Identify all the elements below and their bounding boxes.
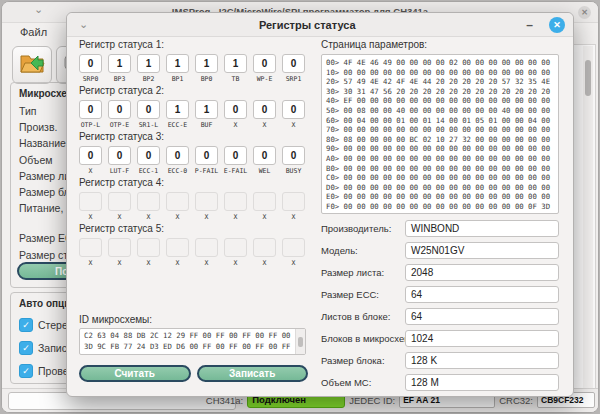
register-bit-box[interactable]: 1 [166,100,189,119]
register-bit-box[interactable]: 0 [137,100,160,119]
register-bit-name: X [147,213,151,221]
register-bit-name: X [205,213,209,221]
register-bit-box[interactable]: 0 [253,54,276,73]
param-page-textarea[interactable]: 00> 4F 4E 46 49 00 00 00 00 02 00 00 00 … [321,54,559,214]
register-bit-box[interactable] [224,238,247,257]
pages-per-block-field[interactable]: 64 [405,308,559,325]
register-bit-box[interactable] [79,238,102,257]
register-bit-box[interactable]: 0 [282,54,305,73]
register-bit-cell: X [79,192,102,221]
blocks-per-chip-field[interactable]: 1024 [405,330,559,347]
register-bit-box[interactable] [137,238,160,257]
register-bit-box[interactable]: 1 [108,54,131,73]
status-register-section-1: Регистр статуса 1:0SRP01BP31BP21BP11BP01… [79,39,315,83]
register-bit-box[interactable]: 1 [137,54,160,73]
minimize-icon[interactable]: – [526,18,533,32]
checkbox-checked-icon[interactable]: ✓ [19,364,33,378]
register-bit-name: LUT-F [110,167,130,175]
register-bit-box[interactable] [253,238,276,257]
scrollbar-handle[interactable] [298,337,303,347]
register-bit-box[interactable]: 0 [108,146,131,165]
register-bit-name: BP1 [172,75,184,83]
register-bit-box[interactable] [253,192,276,211]
register-bit-row: 0SRP01BP31BP21BP11BP01TB0WP-E0SRP1 [79,54,315,83]
main-close-icon[interactable]: ✕ [578,6,591,19]
write-button[interactable]: Записать [197,365,309,382]
checkbox-checked-icon[interactable]: ✓ [19,318,33,332]
register-bit-name: BP0 [201,75,213,83]
register-bit-cell: X [282,192,305,221]
register-bit-row: XXXXXXXX [79,238,315,267]
register-bit-box[interactable] [137,192,160,211]
scrollbar-handle[interactable] [585,60,591,96]
register-bit-cell: X [166,238,189,267]
register-label: Регистр статуса 4: [79,177,315,189]
register-bit-cell: 0SR1-L [137,100,160,129]
dialog-titlebar: ⌄ Регистры статуса – ✕ [67,13,573,37]
block-size-row: Размер блока:128 K [321,352,559,369]
register-bit-box[interactable]: 1 [195,100,218,119]
register-bit-box[interactable]: 0 [79,146,102,165]
close-icon[interactable]: ✕ [549,17,565,33]
param-page-row-2: 20> 57 49 4E 42 4F 4E 44 20 20 20 20 20 … [326,77,558,87]
register-bit-box[interactable]: 0 [137,146,160,165]
param-page-row-11: B0> 00 00 00 00 00 00 00 00 00 00 00 00 … [326,164,558,174]
register-bit-box[interactable] [282,238,305,257]
block-size-field[interactable]: 128 K [405,352,559,369]
page-size-field[interactable]: 2048 [405,264,559,281]
register-bit-box[interactable]: 0 [282,100,305,119]
register-bit-box[interactable]: 0 [195,146,218,165]
register-bit-name: SRP1 [286,75,302,83]
chip-id-line-1: 3D 9C FB 77 24 D3 ED D6 00 FF 00 FF 00 F… [84,342,293,353]
manufacturer-row: Производитель:WINBOND [321,220,559,237]
hex-editor-scrollbar[interactable] [583,46,593,390]
register-bit-box[interactable]: 1 [166,54,189,73]
register-bit-box[interactable]: 0 [224,146,247,165]
chip-volume-label: Объем МС: [321,377,405,388]
register-bit-box[interactable]: 0 [282,146,305,165]
manufacturer-field[interactable]: WINBOND [405,220,559,237]
register-bit-box[interactable] [224,192,247,211]
register-bit-box[interactable] [166,238,189,257]
open-file-button[interactable] [12,46,52,84]
register-bit-box[interactable] [282,192,305,211]
register-bit-row: XXXXXXXX [79,192,315,221]
register-bit-cell: 0P-FAIL [195,146,218,175]
checkbox-checked-icon[interactable]: ✓ [19,341,33,355]
param-page-row-12: C0> 00 00 00 00 00 00 00 00 00 00 00 00 … [326,173,558,183]
register-bit-box[interactable] [166,192,189,211]
chip-id-scrollbar[interactable] [295,329,305,354]
menu-item-0[interactable]: Файл [10,24,57,40]
register-bit-cell: 1BUF [195,100,218,129]
pages-per-block-label: Листов в блоке: [321,311,405,322]
register-bit-cell: 1BP0 [195,54,218,83]
register-bit-box[interactable]: 0 [79,100,102,119]
register-label: Регистр статуса 3: [79,131,315,143]
register-bit-box[interactable]: 0 [253,100,276,119]
register-bit-box[interactable]: 1 [224,54,247,73]
register-bit-box[interactable] [108,238,131,257]
register-bit-box[interactable]: 0 [224,100,247,119]
read-button[interactable]: Считать [79,365,191,382]
register-bit-box[interactable]: 0 [253,146,276,165]
chip-id-textarea[interactable]: C2 63 04 88 DB 2C 12 29 FF 00 FF 00 FF 0… [79,328,306,355]
register-bit-box[interactable] [195,238,218,257]
register-bit-box[interactable] [108,192,131,211]
registers-container: Регистр статуса 1:0SRP01BP31BP21BP11BP01… [79,39,315,267]
register-bit-box[interactable] [195,192,218,211]
dialog-menu-chevron-icon[interactable]: ⌄ [79,18,88,31]
register-bit-box[interactable] [79,192,102,211]
param-page-row-13: D0> 00 00 00 00 00 00 00 00 00 00 00 00 … [326,183,558,193]
register-bit-box[interactable]: 1 [195,54,218,73]
register-bit-box[interactable]: 0 [79,54,102,73]
model-field[interactable]: W25N01GV [405,242,559,259]
register-bit-box[interactable]: 0 [166,146,189,165]
register-bit-name: BUSY [286,167,302,175]
chip-volume-field[interactable]: 128 M [405,374,559,391]
ecc-size-field[interactable]: 64 [405,286,559,303]
register-bit-cell: X [137,238,160,267]
register-bit-cell: 0SRP1 [282,54,305,83]
register-bit-cell: X [166,192,189,221]
register-bit-box[interactable]: 0 [108,100,131,119]
chip-volume-row: Объем МС:128 M [321,374,559,391]
